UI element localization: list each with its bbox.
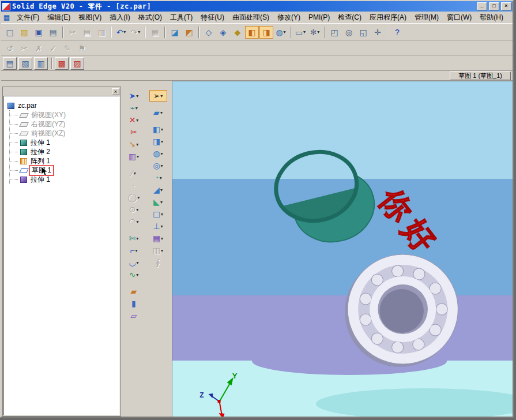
dropdown-arrow-icon[interactable]: ▾ (137, 154, 139, 159)
help-button[interactable]: ? (390, 26, 404, 39)
dropdown-arrow-icon[interactable]: ▾ (160, 187, 163, 193)
view-wireframe-button[interactable]: ◇ (202, 26, 216, 39)
dropdown-arrow-icon[interactable]: ▾ (161, 248, 163, 253)
minimize-button[interactable]: _ (477, 2, 487, 10)
menu-item-3[interactable]: 插入(I) (106, 12, 134, 24)
layout-single-button[interactable]: ▤ (3, 57, 17, 70)
view-shaded-button[interactable]: ◧ (245, 26, 259, 39)
menu-item-10[interactable]: 检查(C) (334, 12, 366, 24)
layout-split-button[interactable]: ▧ (18, 57, 32, 70)
maximize-button[interactable]: □ (489, 2, 499, 10)
fit-button[interactable]: ◱ (356, 26, 370, 39)
dropdown-arrow-icon[interactable]: ▾ (134, 171, 136, 176)
protrusion-button[interactable]: ◧▾ (149, 123, 167, 135)
bearing-model[interactable] (345, 254, 458, 367)
delete-relation-button[interactable]: ✕▾ (126, 114, 142, 126)
fillet-tool-button[interactable]: ◡▾ (126, 257, 142, 268)
rib-button[interactable]: ⊥▾ (149, 220, 167, 232)
undo-button[interactable]: ↶▾ (114, 26, 128, 39)
menu-item-8[interactable]: 修改(Y) (273, 12, 304, 24)
dropdown-arrow-icon[interactable]: ▾ (135, 248, 138, 253)
tree-item-0[interactable]: 俯视图(XY) (5, 110, 118, 119)
round-button[interactable]: ◔▾ (149, 172, 167, 183)
new-document-button[interactable]: ▢ (3, 26, 17, 39)
document-tab[interactable]: 草图 1 (草图_1) (450, 72, 511, 80)
layout-grid-button[interactable]: ▥ (34, 57, 48, 70)
tree-root[interactable]: zc.par (5, 101, 118, 110)
dropdown-arrow-icon[interactable]: ▾ (161, 236, 163, 241)
dropdown-arrow-icon[interactable]: ▾ (137, 219, 139, 224)
close-button[interactable]: × (501, 2, 511, 10)
dropdown-arrow-icon[interactable]: ▾ (317, 29, 319, 35)
dropdown-arrow-icon[interactable]: ▾ (137, 260, 139, 265)
trim-tool-button[interactable]: ✄▾ (126, 232, 142, 244)
dropdown-arrow-icon[interactable]: ▾ (161, 212, 163, 217)
thin-wall-button[interactable]: ▢▾ (149, 208, 167, 220)
paint-area-button[interactable]: ▰ (126, 286, 142, 297)
dropdown-arrow-icon[interactable]: ▾ (161, 139, 163, 144)
dropdown-arrow-icon[interactable]: ▾ (160, 93, 163, 99)
dropdown-arrow-icon[interactable]: ▾ (136, 272, 138, 278)
menu-item-1[interactable]: 编辑(E) (43, 12, 74, 24)
tube-model[interactable] (269, 141, 382, 253)
move-rotate-button[interactable]: ➘▾ (126, 138, 142, 150)
part-painter-button[interactable]: ▨ (70, 57, 84, 70)
dropdown-arrow-icon[interactable]: ▾ (161, 224, 163, 229)
zoom-button[interactable]: ◎ (342, 26, 356, 39)
dropdown-arrow-icon[interactable]: ▾ (136, 207, 138, 212)
chamfer-button[interactable]: ◢▾ (149, 184, 167, 196)
tree-item-3[interactable]: 拉伸 1 (5, 138, 118, 147)
view-visible-edge-button[interactable]: ◆ (231, 26, 244, 39)
dropdown-arrow-icon[interactable]: ▾ (160, 200, 163, 205)
hole-button[interactable]: ◎▾ (149, 160, 167, 171)
dropdown-arrow-icon[interactable]: ▾ (135, 106, 138, 111)
dropdown-arrow-icon[interactable]: ▾ (136, 118, 138, 123)
sketch-button[interactable]: ▰▾ (149, 107, 167, 118)
dropdown-arrow-icon[interactable]: ▾ (160, 175, 162, 181)
dropdown-arrow-icon[interactable]: ▾ (303, 29, 306, 35)
tree-item-7[interactable]: 拉伸 1 (5, 175, 118, 184)
fill-color-button[interactable]: ▮ (126, 298, 142, 309)
menu-item-2[interactable]: 视图(V) (74, 12, 106, 24)
spline-tool-button[interactable]: ∿▾ (126, 269, 142, 280)
delete-element-button[interactable]: ✂ (126, 126, 142, 138)
edgebar-close-button[interactable]: × (112, 88, 119, 95)
print-button[interactable]: ▤ (46, 26, 60, 39)
sketch-step-button[interactable]: ◪ (168, 26, 182, 39)
view-shaded-edges-button[interactable]: ◨ (259, 26, 273, 39)
dropdown-arrow-icon[interactable]: ▾ (284, 29, 286, 35)
menu-item-9[interactable]: PMI(P) (304, 12, 334, 22)
dropdown-arrow-icon[interactable]: ▾ (123, 29, 126, 35)
tree-item-2[interactable]: 前视图(XZ) (5, 129, 118, 138)
dropdown-arrow-icon[interactable]: ▾ (161, 151, 163, 156)
menu-item-6[interactable]: 特征(U) (197, 12, 228, 24)
dropdown-arrow-icon[interactable]: ▾ (138, 29, 140, 35)
tree-item-4[interactable]: 拉伸 2 (5, 147, 118, 156)
smart-step-button[interactable]: ◩ (182, 26, 196, 39)
menu-item-14[interactable]: 帮助(H) (476, 12, 507, 24)
dropdown-arrow-icon[interactable]: ▾ (136, 236, 138, 241)
menu-item-7[interactable]: 曲面处理(S) (228, 12, 273, 24)
revolve-button[interactable]: ◍▾ (149, 148, 167, 159)
dropdown-arrow-icon[interactable]: ▾ (161, 127, 163, 132)
menu-item-13[interactable]: 窗口(W) (443, 12, 476, 24)
tree-item-5[interactable]: 阵列 1 (5, 156, 118, 166)
corner-tool-button[interactable]: ⌐▾ (126, 245, 142, 256)
zoom-area-button[interactable]: ◰ (327, 26, 341, 39)
pattern-fill-button[interactable]: ▥▾ (126, 151, 142, 162)
color-manager-button[interactable]: ▩ (55, 57, 69, 70)
dropdown-arrow-icon[interactable]: ▾ (136, 142, 138, 147)
named-views-button[interactable]: ▭▾ (293, 26, 307, 39)
viewport[interactable]: Y Z 你好 (172, 81, 513, 418)
open-button[interactable]: ▨ (17, 26, 31, 39)
menu-item-4[interactable]: 格式(O) (134, 12, 166, 24)
view-hidden-edge-button[interactable]: ◈ (216, 26, 230, 39)
dropdown-arrow-icon[interactable]: ▾ (137, 195, 140, 200)
cutout-button[interactable]: ◨▾ (149, 136, 167, 147)
pattern-feature-button[interactable]: ▦▾ (149, 232, 167, 244)
document-icon[interactable]: ▦ (2, 13, 11, 22)
select-face-button[interactable]: ➤▾ (126, 90, 142, 102)
hatch-pattern-button[interactable]: ▱ (126, 310, 142, 321)
menu-item-11[interactable]: 应用程序(A) (366, 12, 410, 24)
menu-item-5[interactable]: 工具(T) (166, 12, 197, 24)
